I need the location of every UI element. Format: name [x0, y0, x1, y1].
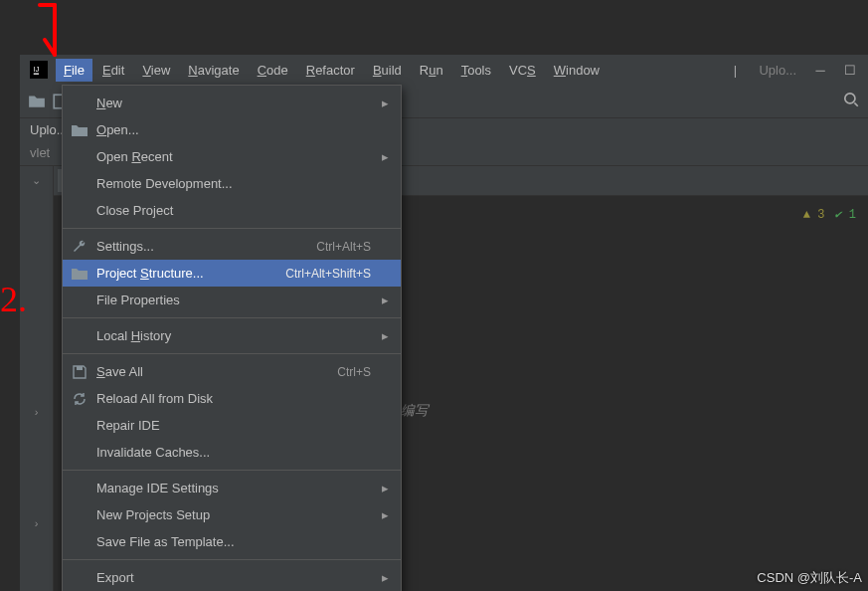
app-logo-icon: IJ: [30, 61, 48, 79]
menu-item-shortcut: Ctrl+S: [337, 365, 371, 379]
menu-item-label: Save All: [96, 364, 329, 379]
wrench-icon: [71, 239, 88, 255]
menu-item-label: Close Project: [96, 203, 363, 218]
submenu-chevron-icon: ▸: [379, 293, 389, 307]
menu-item-label: Settings...: [96, 239, 308, 254]
inspection-ok-badge[interactable]: ✔ 1: [834, 204, 856, 226]
maximize-button[interactable]: ☐: [836, 60, 864, 80]
menu-item-new[interactable]: New▸: [63, 90, 401, 116]
menu-separator: [63, 317, 401, 318]
menu-item-save-all[interactable]: Save AllCtrl+S: [63, 358, 401, 385]
menu-item-open-recent[interactable]: Open Recent▸: [63, 143, 401, 170]
save-icon: [71, 364, 88, 380]
menu-navigate[interactable]: Navigate: [180, 59, 247, 82]
menu-item-settings[interactable]: Settings...Ctrl+Alt+S: [63, 233, 401, 260]
menu-item-export[interactable]: Export▸: [63, 564, 401, 591]
menu-item-save-file-as-template[interactable]: Save File as Template...: [63, 528, 401, 555]
menu-item-close-project[interactable]: Close Project: [63, 197, 401, 224]
menu-separator: [63, 559, 401, 560]
folder-icon: [71, 124, 88, 136]
submenu-chevron-icon: ▸: [379, 507, 389, 522]
breadcrumb-text: vlet: [30, 145, 50, 160]
menu-item-open[interactable]: Open...: [63, 116, 401, 143]
menu-item-label: Invalidate Caches...: [96, 445, 363, 460]
menu-window[interactable]: Window: [546, 59, 608, 82]
run-config-label[interactable]: Uplo...: [751, 63, 804, 78]
watermark: CSDN @刘队长-A: [757, 569, 862, 587]
menu-view[interactable]: View: [134, 59, 178, 82]
menu-item-manage-ide-settings[interactable]: Manage IDE Settings▸: [63, 475, 401, 501]
svg-rect-2: [34, 74, 39, 75]
left-gutter: ⌄ › ›: [20, 166, 54, 591]
menu-item-repair-ide[interactable]: Repair IDE: [63, 412, 401, 439]
menu-item-label: Open...: [96, 122, 363, 137]
menu-item-label: Repair IDE: [96, 418, 363, 433]
menu-item-label: File Properties: [96, 293, 363, 307]
menu-item-label: Project Structure...: [96, 266, 277, 281]
menu-item-label: New: [96, 96, 363, 110]
menu-separator: [63, 470, 401, 471]
menu-item-file-properties[interactable]: File Properties▸: [63, 287, 401, 313]
menu-item-remote-development[interactable]: Remote Development...: [63, 170, 401, 197]
file-menu-dropdown: New▸Open...Open Recent▸Remote Developmen…: [62, 85, 402, 591]
menu-item-label: Reload All from Disk: [96, 391, 363, 406]
reload-icon: [71, 391, 88, 407]
menu-item-shortcut: Ctrl+Alt+S: [316, 240, 371, 254]
menubar: IJ FileEditViewNavigateCodeRefactorBuild…: [20, 55, 868, 85]
submenu-chevron-icon: ▸: [379, 96, 389, 110]
menu-item-label: New Projects Setup: [96, 507, 363, 522]
menu-item-project-structure[interactable]: Project Structure...Ctrl+Alt+Shift+S: [63, 260, 401, 287]
chevron-right-icon[interactable]: ›: [35, 406, 39, 418]
folder-icon: [71, 268, 88, 280]
search-icon[interactable]: [842, 91, 860, 111]
menu-run[interactable]: Run: [412, 59, 451, 82]
menu-separator: [63, 353, 401, 354]
annotation-number-2: 2.: [0, 279, 27, 320]
menu-vcs[interactable]: VCS: [501, 59, 544, 82]
menu-build[interactable]: Build: [365, 59, 410, 82]
menu-tools[interactable]: Tools: [453, 59, 499, 82]
menubar-overflow-icon[interactable]: |: [721, 60, 749, 80]
svg-text:IJ: IJ: [34, 66, 39, 73]
menu-code[interactable]: Code: [250, 59, 296, 82]
menu-item-label: Export: [96, 570, 363, 585]
submenu-chevron-icon: ▸: [379, 149, 389, 164]
menu-item-label: Open Recent: [96, 149, 363, 164]
svg-point-7: [845, 94, 855, 103]
menu-item-label: Local History: [96, 328, 363, 343]
menu-file[interactable]: File: [56, 59, 92, 82]
menu-item-label: Remote Development...: [96, 176, 363, 191]
menu-item-shortcut: Ctrl+Alt+Shift+S: [285, 267, 371, 281]
svg-rect-8: [77, 366, 83, 370]
menu-item-label: Save File as Template...: [96, 534, 363, 549]
submenu-chevron-icon: ▸: [379, 570, 389, 585]
minimize-button[interactable]: ─: [806, 60, 834, 80]
menu-item-local-history[interactable]: Local History▸: [63, 322, 401, 349]
menu-edit[interactable]: Edit: [94, 59, 132, 82]
chevron-down-icon[interactable]: ⌄: [32, 174, 41, 187]
menu-item-invalidate-caches[interactable]: Invalidate Caches...: [63, 439, 401, 466]
submenu-chevron-icon: ▸: [379, 328, 389, 343]
submenu-chevron-icon: ▸: [379, 481, 389, 495]
warning-badge[interactable]: ▲ 3: [803, 204, 825, 226]
menu-separator: [63, 228, 401, 229]
menu-refactor[interactable]: Refactor: [298, 59, 363, 82]
menu-item-new-projects-setup[interactable]: New Projects Setup▸: [63, 501, 401, 528]
project-tool-icon[interactable]: [28, 93, 46, 110]
menu-item-reload-all-from-disk[interactable]: Reload All from Disk: [63, 385, 401, 412]
chevron-right-icon[interactable]: ›: [35, 517, 39, 529]
menu-item-label: Manage IDE Settings: [96, 481, 363, 495]
